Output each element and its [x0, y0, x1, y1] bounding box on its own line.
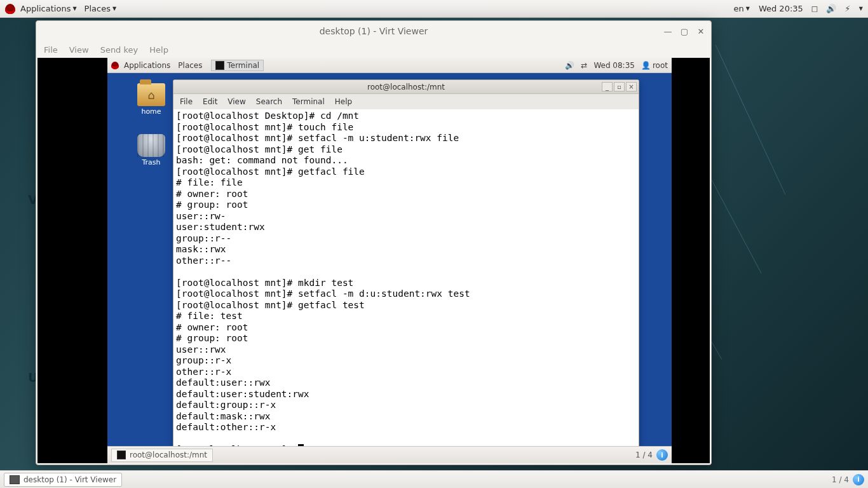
guest-user-menu[interactable]: 👤 root: [641, 61, 668, 70]
host-lang-menu[interactable]: en ▼: [731, 4, 752, 13]
chevron-down-icon: ▼: [72, 6, 76, 11]
guest-applications-menu[interactable]: Applications: [121, 61, 173, 70]
guest-terminal-launcher[interactable]: Terminal: [211, 60, 264, 71]
terminal-icon: [117, 451, 126, 459]
lang-label: en: [733, 4, 743, 13]
window-icon: [10, 475, 20, 484]
workspace-indicator: 1 / 4: [832, 475, 849, 484]
menu-file[interactable]: File: [180, 97, 193, 106]
menu-sendkey[interactable]: Send key: [100, 45, 139, 55]
launcher-label: Terminal: [227, 61, 259, 70]
terminal-text: [root@localhost Desktop]# cd /mnt [root@…: [176, 111, 470, 451]
menu-help[interactable]: Help: [149, 45, 168, 55]
terminal-window: root@localhost:/mnt _ ▫ × File Edit View…: [173, 79, 639, 451]
network-icon[interactable]: ⇄: [581, 61, 587, 70]
menu-file[interactable]: File: [44, 45, 58, 55]
guest-places-menu[interactable]: Places: [175, 61, 205, 70]
menu-help[interactable]: Help: [335, 97, 352, 106]
minimize-button[interactable]: —: [661, 25, 674, 37]
menu-terminal[interactable]: Terminal: [292, 97, 325, 106]
maximize-button[interactable]: ▫: [614, 82, 625, 92]
desktop-icon-home[interactable]: ⌂ home: [134, 83, 168, 116]
guest-task-button[interactable]: root@localhost:/mnt: [111, 449, 213, 462]
workspace-switcher-icon[interactable]: i: [656, 449, 668, 461]
home-icon: ⌂: [137, 83, 165, 106]
menu-label: Applications: [124, 61, 170, 70]
guest-display[interactable]: Applications Places Terminal 🔊 ⇄ Wed 08:…: [37, 58, 710, 463]
terminal-titlebar[interactable]: root@localhost:/mnt _ ▫ ×: [173, 80, 639, 94]
volume-icon[interactable]: 🔊: [826, 4, 836, 14]
battery-icon[interactable]: ⚡: [843, 4, 853, 14]
host-clock[interactable]: Wed 20:35: [759, 4, 803, 13]
terminal-output[interactable]: [root@localhost Desktop]# cd /mnt [root@…: [173, 109, 639, 451]
host-task-button[interactable]: desktop (1) - Virt Viewer: [4, 473, 122, 487]
close-button[interactable]: ×: [626, 82, 637, 92]
host-applications-menu[interactable]: Applications ▼: [18, 4, 79, 13]
menu-label: Applications: [20, 4, 71, 13]
menu-edit[interactable]: Edit: [203, 97, 217, 106]
guest-letterbox-left: [37, 58, 107, 463]
redhat-logo-icon: [5, 4, 15, 14]
icon-label: home: [134, 107, 168, 116]
virt-viewer-window: desktop (1) - Virt Viewer — ▢ ✕ File Vie…: [36, 20, 712, 465]
guest-clock[interactable]: Wed 08:35: [593, 61, 635, 70]
window-title: root@localhost:/mnt: [367, 83, 445, 92]
accessibility-icon[interactable]: ◻: [810, 4, 820, 14]
menu-label: Places: [178, 61, 202, 70]
close-button[interactable]: ✕: [695, 25, 707, 37]
chevron-down-icon: ▼: [746, 6, 750, 11]
host-bottom-panel: desktop (1) - Virt Viewer 1 / 4 i: [0, 470, 868, 488]
guest-top-panel: Applications Places Terminal 🔊 ⇄ Wed 08:…: [107, 58, 672, 73]
menu-view[interactable]: View: [227, 97, 245, 106]
terminal-menubar: File Edit View Search Terminal Help: [173, 94, 639, 109]
minimize-button[interactable]: _: [602, 82, 613, 92]
user-icon: 👤: [641, 61, 651, 70]
menu-label: Places: [85, 4, 111, 13]
virt-viewer-titlebar[interactable]: desktop (1) - Virt Viewer — ▢ ✕: [36, 21, 711, 41]
task-label: desktop (1) - Virt Viewer: [24, 475, 116, 484]
workspace-indicator: 1 / 4: [635, 451, 653, 459]
terminal-icon: [215, 61, 224, 70]
wallpaper-line: [715, 44, 786, 194]
task-label: root@localhost:/mnt: [130, 451, 207, 459]
user-label: root: [653, 61, 668, 70]
menu-search[interactable]: Search: [256, 97, 282, 106]
chevron-down-icon: ▼: [112, 6, 116, 11]
maximize-button[interactable]: ▢: [678, 25, 691, 37]
volume-icon[interactable]: 🔊: [565, 61, 574, 70]
window-title: desktop (1) - Virt Viewer: [320, 26, 428, 36]
folder-icon: ⌂: [137, 83, 165, 106]
menu-view[interactable]: View: [69, 45, 89, 55]
redhat-logo-icon: [111, 62, 119, 69]
host-top-panel: Applications ▼ Places ▼ en ▼ Wed 20:35 ◻…: [0, 0, 868, 18]
virt-viewer-menubar: File View Send key Help: [36, 41, 711, 58]
guest-letterbox-right: [672, 58, 710, 463]
icon-label: Trash: [134, 158, 168, 166]
workspace-switcher-icon[interactable]: i: [853, 474, 864, 485]
guest-bottom-panel: root@localhost:/mnt 1 / 4 i: [107, 446, 672, 463]
desktop-icon-trash[interactable]: Trash: [134, 134, 168, 166]
trash-icon: [137, 134, 165, 157]
chevron-down-icon: ▼: [859, 6, 863, 11]
host-places-menu[interactable]: Places ▼: [82, 4, 119, 13]
